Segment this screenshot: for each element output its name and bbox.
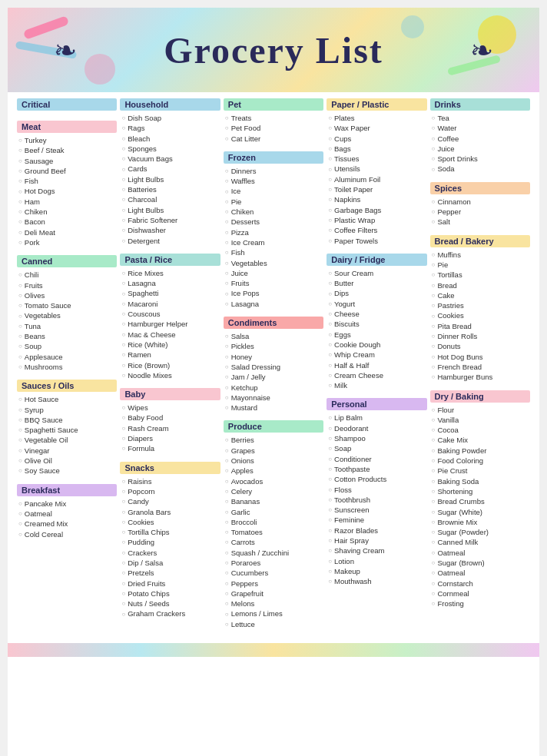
list-item: Cheese (327, 309, 426, 319)
list-item: Dinner Rolls (430, 331, 530, 341)
list-item: Soda (430, 164, 530, 174)
section-bread: Bread / Bakery MuffinsPieTortillasBreadC… (430, 235, 530, 383)
list-item: Oatmeal (17, 509, 117, 519)
list-item: Soup (17, 341, 117, 351)
list-item: Lettuce (224, 619, 323, 629)
list-item: Lemons / Limes (224, 608, 323, 618)
list-item: Mayonnaise (224, 393, 323, 403)
list-item: Sugar (White) (430, 507, 530, 517)
baby-items: WipesBaby FoodRash CreamDiapersFormula (120, 403, 220, 453)
list-item: Spaghetti (120, 288, 220, 298)
frozen-items: DinnersWafflesIcePieChikenDessertsPizzaI… (224, 166, 323, 309)
list-item: Coffee Filters (327, 225, 426, 235)
list-item: Utensils (327, 164, 426, 174)
list-item: Bread (430, 280, 530, 290)
spices-items: CinnamonPepperSalt (430, 197, 530, 227)
section-title-bread: Bread / Bakery (430, 235, 530, 247)
section-canned: Canned ChiliFruitsOlivesTomato SauceVege… (17, 255, 117, 372)
list-item: Bleach (120, 134, 220, 144)
section-title-pet: Pet (224, 98, 323, 111)
section-condiments: Condiments SalsaPicklesHoneySalad Dressi… (224, 317, 323, 413)
list-item: Lasagna (120, 278, 220, 288)
list-item: Pet Food (224, 123, 323, 133)
list-item: Applesauce (17, 352, 117, 362)
list-item: Garbage Bags (327, 205, 426, 215)
col-3: Pet TreatsPet FoodCat Litter Frozen Dinn… (224, 98, 323, 634)
list-item: Conditioner (327, 454, 426, 464)
pet-items: TreatsPet FoodCat Litter (224, 113, 323, 144)
list-item: Pie Crust (430, 466, 530, 476)
list-item: Baking Powder (430, 446, 530, 456)
list-item: Coffee (430, 134, 530, 144)
list-item: Batteries (120, 184, 220, 194)
list-item: Muffins (430, 250, 530, 260)
section-title-critical: Critical (17, 98, 117, 111)
meat-items: TurkeyBeef / SteakSausageGround BeefFish… (17, 135, 117, 247)
list-item: Cucumbers (224, 568, 323, 578)
list-item: Potato Chips (120, 589, 220, 598)
list-item: Honey (224, 352, 323, 362)
list-item: Cups (327, 134, 426, 144)
list-item: Jam / Jelly (224, 372, 323, 382)
list-item: Beans (17, 331, 117, 341)
list-item: Detergent (120, 236, 220, 246)
list-item: Chiken (17, 207, 117, 217)
list-item: Hamburger Buns (430, 372, 530, 382)
section-title-breakfast: Breakfast (17, 484, 117, 496)
page: ❧ Grocery List ❧ Critical Meat TurkeyBee… (8, 8, 539, 756)
list-item: Makeup (327, 566, 426, 576)
list-item: Canned Milk (430, 537, 530, 547)
list-item: Paper Towels (327, 236, 426, 246)
list-item: Cornmeal (430, 589, 530, 598)
produce-items: BerriesGrapesOnionsApplesAvocadosCeleryB… (224, 435, 323, 629)
list-item: Poraroes (224, 558, 323, 568)
list-item: Brownie Mix (430, 517, 530, 527)
section-title-drinks: Drinks (430, 98, 530, 111)
list-item: Cotton Products (327, 474, 426, 484)
list-item: Avocados (224, 476, 323, 486)
list-item: Fabric Softener (120, 215, 220, 225)
list-item: Bread Crumbs (430, 496, 530, 506)
section-title-spices: Spices (430, 182, 530, 194)
section-dry: Dry / Baking FlourVanillaCocoaCake MixBa… (430, 390, 530, 609)
list-item: Ham (17, 197, 117, 207)
list-item: Hot Dog Buns (430, 352, 530, 362)
section-title-sauces: Sauces / Oils (17, 380, 117, 392)
list-item: Treats (224, 113, 323, 123)
list-item: Baby Food (120, 413, 220, 423)
list-item: Mushrooms (17, 362, 117, 372)
list-item: Shampoo (327, 433, 426, 443)
list-item: Vegetables (17, 310, 117, 320)
list-item: Candy (120, 496, 220, 506)
list-item: Nuts / Seeds (120, 598, 220, 608)
list-item: Macaroni (120, 299, 220, 309)
list-item: Desserts (224, 217, 323, 227)
list-item: Mac & Cheese (120, 330, 220, 340)
list-item: Plates (327, 113, 426, 123)
list-item: Cake Mix (430, 435, 530, 445)
list-item: Diapers (120, 433, 220, 443)
list-item: Hamburger Helper (120, 319, 220, 329)
bread-items: MuffinsPieTortillasBreadCakePastriesCook… (430, 250, 530, 383)
list-item: Cat Litter (224, 134, 323, 144)
list-item: Broccoli (224, 517, 323, 527)
list-item: Light Bulbs (120, 174, 220, 184)
list-item: Sugar (Brown) (430, 558, 530, 568)
list-item: Soap (327, 443, 426, 453)
list-item: Fish (17, 176, 117, 186)
list-item: Tomato Sauce (17, 300, 117, 310)
section-title-baby: Baby (120, 388, 220, 400)
list-item: Napkins (327, 194, 426, 204)
dry-items: FlourVanillaCocoaCake MixBaking PowderFo… (430, 405, 530, 609)
list-item: Cards (120, 164, 220, 174)
header: ❧ Grocery List ❧ (8, 8, 539, 92)
list-item: Ice Pops (224, 288, 323, 298)
section-title-paper: Paper / Plastic (327, 98, 426, 111)
section-baby: Baby WipesBaby FoodRash CreamDiapersForm… (120, 388, 220, 453)
list-item: Salt (430, 217, 530, 227)
list-item: Vegetable Oil (17, 435, 117, 445)
list-item: Pie (224, 197, 323, 207)
list-item: Toilet Paper (327, 184, 426, 194)
section-title-snacks: Snacks (120, 462, 220, 474)
list-item: Floss (327, 485, 426, 495)
